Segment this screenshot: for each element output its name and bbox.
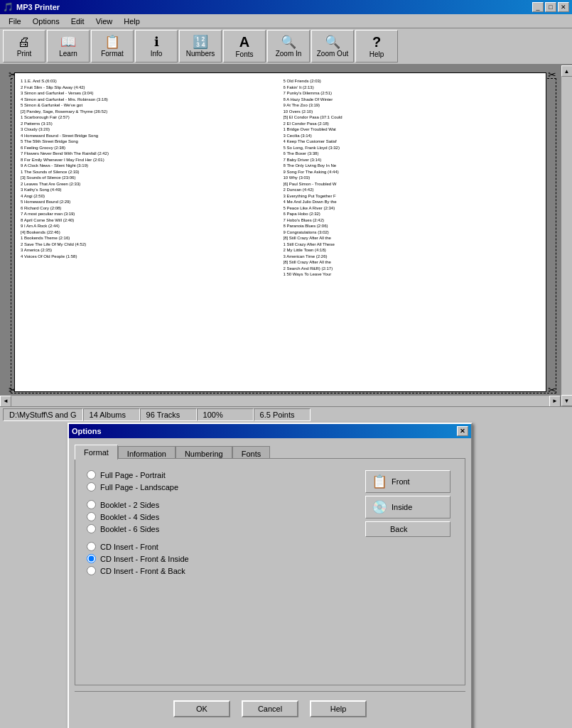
doc-line: 1 1.E. And S.(6:03) — [21, 79, 278, 85]
zoom-in-button[interactable]: 🔍 Zoom In — [267, 30, 310, 63]
status-points: 6.5 Points — [254, 408, 311, 421]
zoom-in-icon: 🔍 — [281, 36, 296, 48]
doc-line: 6 Papa Hobo (2:32) — [284, 212, 541, 217]
ok-button[interactable]: OK — [173, 700, 230, 717]
doc-line: 7 Punky's Dilemma (2:51) — [284, 91, 541, 97]
info-button[interactable]: ℹ Info — [135, 30, 178, 63]
tab-bar: Format Information Numbering Fonts — [75, 444, 465, 459]
menu-help[interactable]: Help — [118, 16, 146, 27]
doc-line: 2 Search And R&R) (2:17) — [284, 266, 541, 272]
preview-back-button[interactable]: Back — [365, 521, 450, 537]
doc-column-2: 5 Old Friends (2:03)6 Fakin' It (2:13)7 … — [284, 79, 541, 386]
doc-line: 4 Simon and Garfunkel - Mrs. Robinson (3… — [21, 97, 278, 103]
menu-view[interactable]: View — [90, 16, 119, 27]
preview-inside-button[interactable]: 💿 Inside — [365, 496, 450, 518]
doc-line: 9 A Clock News - Silent Night (3:19) — [21, 163, 278, 169]
fonts-button[interactable]: A Fonts — [223, 30, 266, 63]
radio-booklet-4-input[interactable] — [87, 512, 96, 521]
doc-line: 4 Angi (2:50) — [21, 194, 278, 200]
radio-cd-front[interactable]: CD Insert - Front — [87, 542, 453, 551]
doc-line: 4 Homeward Bound - Street Bridge Song — [21, 134, 278, 139]
status-albums: 14 Albums — [83, 408, 140, 421]
preview-inside-label: Inside — [392, 503, 412, 511]
doc-line: 9 I Am A Rock (2:44) — [21, 224, 278, 229]
horizontal-scrollbar[interactable]: ◄ ► — [0, 395, 561, 406]
radio-cd-front-inside-label: CD Insert - Front & Inside — [100, 555, 189, 563]
help-button[interactable]: ? Help — [355, 30, 398, 63]
numbers-button[interactable]: 🔢 Numbers — [179, 30, 222, 63]
doc-line: 2 My Little Town (4:18) — [284, 248, 541, 254]
learn-icon: 📖 — [60, 36, 76, 48]
close-button[interactable]: ✕ — [558, 2, 569, 12]
doc-line: 5 The 59th Street Bridge Song — [21, 139, 278, 145]
doc-line: 3 Cecilia (3:14) — [284, 134, 541, 139]
doc-line: 7 A most peculiar man (3:19) — [21, 212, 278, 217]
doc-column-1: 1 1.E. And S.(6:03)2 Fruit Slim - Slip S… — [21, 79, 278, 386]
doc-line: 5 Peace Like A River (2:34) — [284, 206, 541, 212]
doc-line: 3 Everything Put Together F — [284, 194, 541, 200]
numbers-label: Numbers — [186, 50, 215, 58]
info-icon: ℹ — [154, 36, 159, 48]
minimize-button[interactable]: _ — [532, 2, 544, 12]
doc-line: [6] Paul Simon - Troubled W — [284, 182, 541, 188]
radio-cd-front-back[interactable]: CD Insert - Front & Back — [87, 566, 453, 575]
radio-full-portrait-label: Full Page - Portrait — [100, 471, 166, 479]
learn-button[interactable]: 📖 Learn — [47, 30, 90, 63]
dialog-help-button[interactable]: Help — [310, 700, 367, 717]
maximize-button[interactable]: □ — [545, 2, 556, 12]
menu-edit[interactable]: Edit — [65, 16, 90, 27]
doc-line: 9 Song For The Asking (4:44) — [284, 170, 541, 175]
doc-line: [8] Still Crazy After All the — [284, 236, 541, 241]
scroll-up-button[interactable]: ▲ — [561, 65, 573, 77]
preview-front-button[interactable]: 📋 Front — [365, 470, 450, 493]
zoom-out-button[interactable]: 🔍 Zoom Out — [311, 30, 354, 63]
cd-radio-group: CD Insert - Front CD Insert - Front & In… — [87, 542, 453, 575]
radio-cd-front-back-input[interactable] — [87, 566, 96, 575]
doc-line: 3 Cloudy (3:20) — [21, 127, 278, 133]
radio-cd-front-inside-input[interactable] — [87, 554, 96, 563]
zoom-out-label: Zoom Out — [317, 50, 348, 58]
radio-full-landscape-input[interactable] — [87, 482, 96, 491]
doc-line: 2 Duncan (4:42) — [284, 188, 541, 193]
doc-line: 10 Why (3:03) — [284, 175, 541, 181]
doc-line: 8 Paranoia Blues (2:06) — [284, 224, 541, 229]
dialog-body: Format Information Numbering Fonts Full … — [69, 438, 471, 728]
print-button[interactable]: 🖨 Print — [3, 30, 45, 63]
format-button[interactable]: 📋 Format — [91, 30, 134, 63]
cancel-button[interactable]: Cancel — [242, 700, 298, 717]
numbers-icon: 🔢 — [193, 36, 208, 48]
scroll-right-button[interactable]: ► — [549, 396, 561, 407]
menu-options[interactable]: Options — [27, 16, 65, 27]
doc-line: [8] Still Crazy After All the — [284, 260, 541, 266]
menu-file[interactable]: File — [3, 16, 27, 27]
doc-line: 3 Kathy's Song (4:49) — [21, 188, 278, 193]
status-tracks: 96 Tracks — [140, 408, 197, 421]
radio-booklet-6-input[interactable] — [87, 524, 96, 533]
help-label: Help — [369, 50, 384, 58]
preview-area: 📋 Front 💿 Inside Back — [365, 470, 450, 537]
scroll-left-button[interactable]: ◄ — [0, 396, 11, 407]
preview-front-icon: 📋 — [372, 474, 387, 489]
doc-line: 6 Feeling Groovy (2:38) — [21, 146, 278, 151]
dialog-close-button[interactable]: ✕ — [457, 426, 468, 436]
radio-cd-front-label: CD Insert - Front — [100, 543, 158, 551]
scroll-down-button[interactable]: ▼ — [561, 395, 573, 406]
radio-full-landscape-label: Full Page - Landscape — [100, 483, 178, 491]
doc-line: [4] Bookends (22:46) — [21, 230, 278, 236]
doc-line: 6 The Boxer (3:38) — [284, 151, 541, 157]
vertical-scrollbar[interactable]: ▲ ▼ — [561, 65, 572, 406]
radio-cd-front-inside[interactable]: CD Insert - Front & Inside — [87, 554, 453, 563]
doc-line: 2 Fruit Slim - Slip Slip Away (4:42) — [21, 85, 278, 91]
radio-full-portrait-input[interactable] — [87, 470, 96, 479]
doc-line: 9 Congratulations (3:02) — [284, 230, 541, 236]
preview-inside-icon: 💿 — [372, 499, 387, 515]
radio-cd-front-input[interactable] — [87, 542, 96, 551]
tab-format[interactable]: Format — [75, 445, 118, 460]
title-bar-left: 🎵 MP3 Printer — [3, 2, 60, 12]
doc-line: 2 Patterns (3:15) — [21, 121, 278, 127]
doc-line: 4 Keep The Customer Satisf — [284, 139, 541, 145]
menu-bar: File Options Edit View Help — [0, 14, 572, 28]
radio-booklet-2-input[interactable] — [87, 500, 96, 509]
doc-line: 7 Hobo's Blues (2:42) — [284, 218, 541, 224]
radio-booklet-6-label: Booklet - 6 Sides — [100, 525, 159, 533]
